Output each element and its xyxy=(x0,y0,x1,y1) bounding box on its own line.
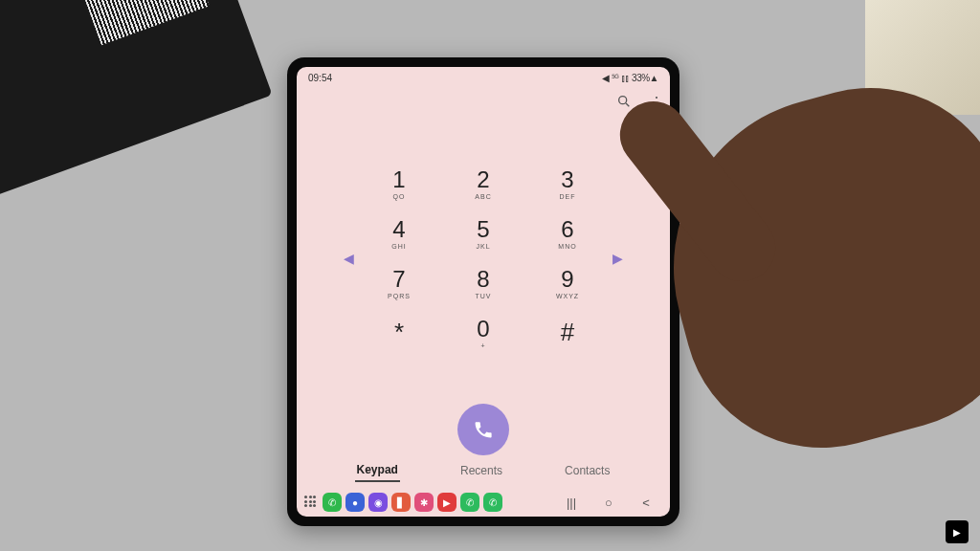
barcode xyxy=(81,0,209,45)
app-top-bar: ⋮ xyxy=(297,88,670,119)
svg-point-0 xyxy=(619,97,627,104)
phone-icon xyxy=(473,419,494,440)
tab-contacts[interactable]: Contacts xyxy=(563,460,612,481)
keypad-arrow-left[interactable]: ◀ xyxy=(332,251,366,266)
key-8[interactable]: 8 TUV xyxy=(450,258,517,308)
key-9[interactable]: 9 WXYZ xyxy=(534,258,601,308)
dock-phone-icon[interactable]: ✆ xyxy=(323,493,342,512)
keypad-grid: 1 QO 2 ABC 3 DEF 4 GHI 5 JKL xyxy=(366,159,601,358)
tab-keypad[interactable]: Keypad xyxy=(355,459,400,482)
status-indicators: ◀ ⁵ᴳ ⫿⫿ 33%▲ xyxy=(602,73,658,83)
key-1[interactable]: 1 QO xyxy=(366,159,433,209)
taskbar: ✆●◉▋✱▶✆✆ ||| ○ < xyxy=(297,488,670,517)
dock-flipboard-icon[interactable]: ▋ xyxy=(391,493,411,512)
key-4[interactable]: 4 GHI xyxy=(366,209,433,258)
status-time: 09:54 xyxy=(308,73,332,83)
keypad-arrow-right[interactable]: ▶ xyxy=(601,251,635,266)
dial-area: ◀ 1 QO 2 ABC 3 DEF 4 GHI xyxy=(297,119,670,398)
dock-whatsapp-icon[interactable]: ✆ xyxy=(460,493,479,512)
key-7[interactable]: 7 PQRS xyxy=(366,258,433,308)
key-0[interactable]: 0 + xyxy=(450,308,517,358)
dock-whatsapp2-icon[interactable]: ✆ xyxy=(483,493,502,512)
key-5[interactable]: 5 JKL xyxy=(450,209,517,258)
watermark-icon: ▶ xyxy=(946,520,969,543)
dock-settings-icon[interactable]: ✱ xyxy=(414,493,434,512)
apps-drawer-icon[interactable] xyxy=(304,496,318,509)
nav-home-icon[interactable]: ○ xyxy=(592,496,625,510)
hand xyxy=(635,57,980,479)
key-2[interactable]: 2 ABC xyxy=(450,159,517,209)
product-box: Galaxy Z Fold6 xyxy=(0,0,273,200)
nav-recents-icon[interactable]: ||| xyxy=(555,496,588,510)
nav-back-icon[interactable]: < xyxy=(630,496,662,510)
dock-messages-icon[interactable]: ● xyxy=(345,493,365,512)
svg-line-1 xyxy=(626,103,629,106)
dock-icons: ✆●◉▋✱▶✆✆ xyxy=(323,493,502,512)
dock-youtube-icon[interactable]: ▶ xyxy=(437,493,457,512)
phone-screen: 09:54 ◀ ⁵ᴳ ⫿⫿ 33%▲ ⋮ ◀ 1 QO 2 ABC xyxy=(297,67,670,517)
dock-viber-icon[interactable]: ◉ xyxy=(368,493,388,512)
key-star[interactable]: * xyxy=(366,308,433,358)
status-bar: 09:54 ◀ ⁵ᴳ ⫿⫿ 33%▲ xyxy=(297,67,670,88)
tab-recents[interactable]: Recents xyxy=(458,460,504,481)
key-6[interactable]: 6 MNO xyxy=(534,209,601,258)
key-hash[interactable]: # xyxy=(534,308,601,358)
call-button[interactable] xyxy=(457,404,509,455)
key-3[interactable]: 3 DEF xyxy=(534,159,601,209)
bottom-tabs: Keypad Recents Contacts xyxy=(297,455,670,488)
